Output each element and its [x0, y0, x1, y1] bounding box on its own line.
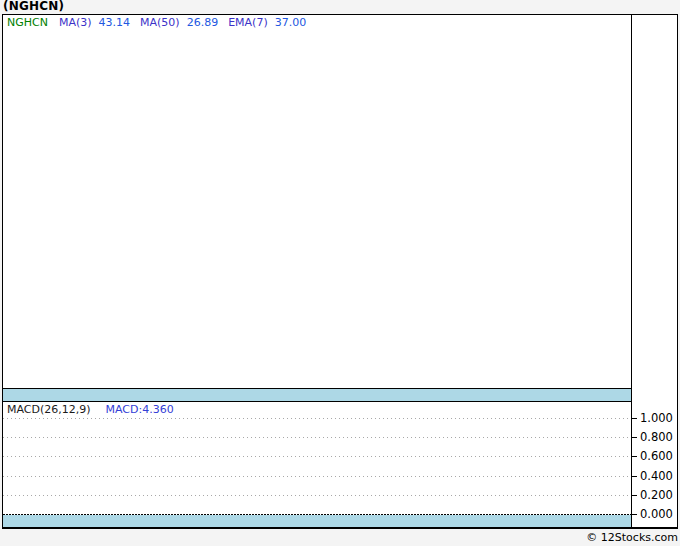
ma50-label: MA(50): [140, 16, 180, 29]
macd-bottom-band: [3, 515, 631, 527]
macd-params-label: MACD(26,12,9): [7, 403, 91, 416]
macd-legend: MACD(26,12,9)MACD:4.360: [7, 403, 174, 416]
axis-label: 0.800: [640, 430, 680, 444]
axis-tick-1000: [632, 418, 637, 419]
ma50-value: 26.89: [187, 16, 219, 29]
axis-label: 0.200: [640, 488, 680, 502]
price-chart-area: [3, 15, 631, 388]
price-legend: NGHCNMA(3)43.14MA(50)26.89EMA(7)37.00: [7, 16, 316, 29]
chart-title: (NGHCN): [3, 0, 64, 13]
macd-gridline-0400: [3, 476, 631, 477]
ema7-label: EMA(7): [228, 16, 268, 29]
macd-gridline-1000: [3, 418, 631, 419]
macd-gridline-0800: [3, 437, 631, 438]
copyright-text: © 12Stocks.com: [586, 531, 678, 544]
ma3-label: MA(3): [59, 16, 92, 29]
stock-chart-page: { "title": "(NGHCN)", "main_panel": { "l…: [0, 0, 680, 546]
axis-label: 0.400: [640, 469, 680, 483]
axis-tick-0200: [632, 495, 637, 496]
axis-tick-0800: [632, 437, 637, 438]
y-axis-divider: [631, 15, 632, 527]
macd-value-label: MACD:4.360: [106, 403, 174, 416]
symbol-label: NGHCN: [7, 16, 48, 29]
macd-gridline-0600: [3, 456, 631, 457]
ema7-value: 37.00: [275, 16, 307, 29]
axis-tick-0600: [632, 456, 637, 457]
separator-band: [3, 389, 631, 401]
macd-chart-area: [3, 402, 631, 527]
axis-tick-0000: [632, 514, 637, 515]
axis-tick-0400: [632, 476, 637, 477]
macd-gridline-0200: [3, 495, 631, 496]
axis-label: 0.600: [640, 449, 680, 463]
ma3-value: 43.14: [99, 16, 131, 29]
axis-label: 0.000: [640, 507, 680, 521]
chart-container: NGHCNMA(3)43.14MA(50)26.89EMA(7)37.00 MA…: [2, 14, 678, 529]
axis-label: 1.000: [640, 411, 680, 425]
